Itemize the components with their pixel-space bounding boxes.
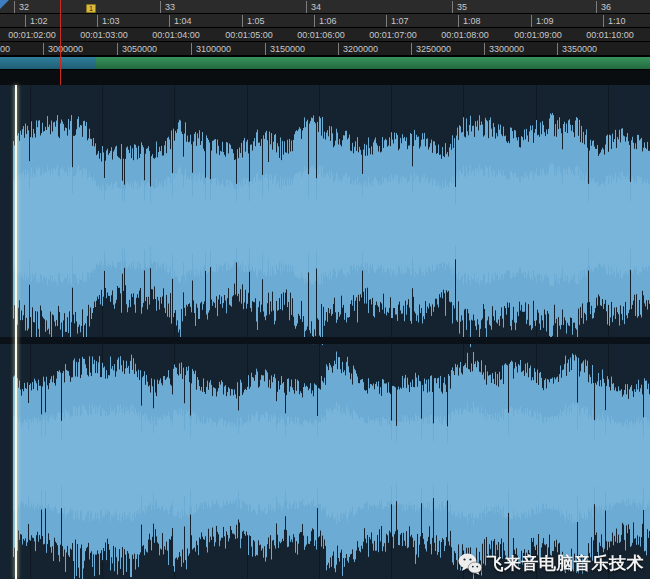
bar-label: 33 (165, 1, 175, 13)
timecode-label: 00:01:02:00 (8, 29, 56, 41)
ruler-bars[interactable]: 3233343536 (0, 0, 650, 14)
second-label: 1:08 (463, 15, 481, 27)
sample-label: 3200000 (343, 43, 378, 55)
marker-flag[interactable]: 1 (86, 4, 96, 13)
ruler-seconds[interactable]: 1:021:031:041:051:061:071:081:091:10 (0, 14, 650, 28)
ruler-playhead-line (60, 0, 61, 85)
sample-label: 3350000 (562, 43, 597, 55)
ruler-samples[interactable]: 0030000003050000310000031500003200000325… (0, 42, 650, 56)
range-selected-segment[interactable] (0, 57, 96, 69)
sample-label: 3250000 (416, 43, 451, 55)
wechat-icon (458, 553, 482, 575)
second-label: 1:07 (391, 15, 409, 27)
timecode-label: 00:01:09:00 (514, 29, 562, 41)
timecode-label: 00:01:06:00 (297, 29, 345, 41)
sample-label: 3300000 (489, 43, 524, 55)
second-label: 1:05 (247, 15, 265, 27)
second-label: 1:10 (608, 15, 626, 27)
watermark-text: 飞来音电脑音乐技术 (487, 552, 645, 575)
sample-label: 3100000 (196, 43, 231, 55)
ruler-timecode[interactable]: 00:01:02:0000:01:03:0000:01:04:0000:01:0… (0, 28, 650, 42)
second-label: 1:04 (174, 15, 192, 27)
timecode-label: 00:01:05:00 (225, 29, 273, 41)
timecode-label: 00:01:04:00 (152, 29, 200, 41)
bar-label: 36 (601, 1, 611, 13)
waveform-canvas[interactable] (0, 85, 650, 579)
timecode-label: 00:01:10:00 (586, 29, 634, 41)
selection-handle[interactable] (0, 0, 9, 9)
timecode-label: 00:01:07:00 (369, 29, 417, 41)
watermark: 飞来音电脑音乐技术 (458, 552, 645, 575)
second-label: 1:03 (102, 15, 120, 27)
bar-label: 35 (457, 1, 467, 13)
timecode-label: 00:01:08:00 (441, 29, 489, 41)
waveform-area[interactable]: 飞来音电脑音乐技术 (0, 85, 650, 579)
sample-label: 3000000 (48, 43, 83, 55)
zoom-range-bar[interactable] (0, 56, 650, 70)
second-label: 1:09 (536, 15, 554, 27)
second-label: 1:06 (319, 15, 337, 27)
ruler-gap (0, 70, 650, 85)
sample-label: 00 (0, 43, 10, 55)
bar-label: 32 (19, 1, 29, 13)
playhead-line[interactable] (15, 85, 17, 579)
sample-label: 3150000 (270, 43, 305, 55)
sample-label: 3050000 (122, 43, 157, 55)
bar-label: 34 (311, 1, 321, 13)
second-label: 1:02 (30, 15, 48, 27)
timecode-label: 00:01:03:00 (80, 29, 128, 41)
audio-editor-window: 3233343536 1:021:031:041:051:061:071:081… (0, 0, 650, 579)
